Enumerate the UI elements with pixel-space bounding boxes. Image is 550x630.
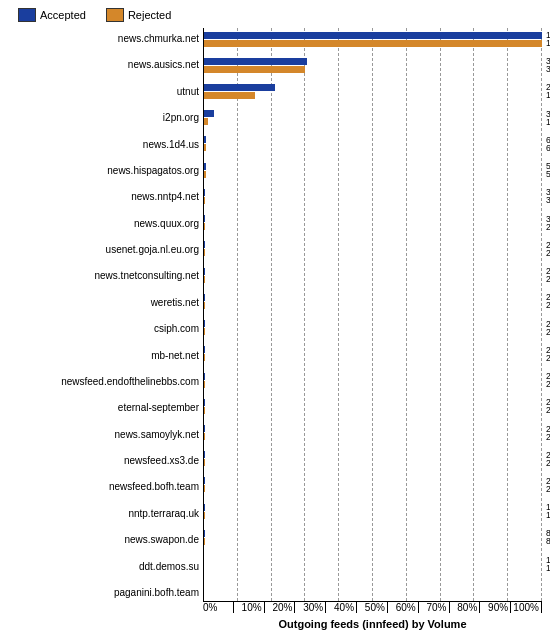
legend: Accepted Rejected bbox=[18, 8, 542, 22]
bar-row: 25097511784365 bbox=[204, 82, 542, 100]
bar-pair: 2335523355 bbox=[204, 294, 542, 309]
y-label: i2pn.org bbox=[163, 109, 199, 127]
accepted-bar: 24543 bbox=[204, 241, 542, 248]
bar-row: 2335523355 bbox=[204, 397, 542, 415]
accepted-bar: 12089 bbox=[204, 504, 542, 511]
accepted-bar: 24502 bbox=[204, 373, 542, 380]
accepted-bar-fill bbox=[204, 399, 205, 406]
legend-accepted-box bbox=[18, 8, 36, 22]
bar-pair: 2335523355 bbox=[204, 451, 542, 466]
bar-pair bbox=[204, 582, 542, 597]
rejected-bar-value: 23355 bbox=[544, 484, 550, 494]
rejected-bar-value: 3561879 bbox=[544, 64, 550, 74]
rejected-bar-fill bbox=[204, 302, 205, 309]
accepted-bar: 23355 bbox=[204, 425, 542, 432]
rejected-bar: 1784365 bbox=[204, 92, 542, 99]
rejected-bar-value: 23355 bbox=[544, 353, 550, 363]
bar-pair: 3517935179 bbox=[204, 189, 542, 204]
bar-pair: 336291139125 bbox=[204, 110, 542, 125]
y-label: news.samoylyk.net bbox=[115, 426, 199, 444]
bar-pair: 2335523355 bbox=[204, 477, 542, 492]
rejected-bar-fill bbox=[204, 223, 205, 230]
accepted-bar: 3611412 bbox=[204, 58, 542, 65]
rejected-bar-value: 23355 bbox=[544, 300, 550, 310]
rejected-bar-value: 11894521 bbox=[544, 38, 550, 48]
accepted-bar-fill bbox=[204, 84, 275, 91]
bar-row: 2450223355 bbox=[204, 371, 542, 389]
bar-row: 2335523355 bbox=[204, 345, 542, 363]
rejected-bar-value: 8050 bbox=[544, 536, 550, 546]
x-tick: 60% bbox=[388, 602, 419, 613]
bar-pair: 36114123561879 bbox=[204, 58, 542, 73]
accepted-bar: 23355 bbox=[204, 399, 542, 406]
accepted-bar: 23355 bbox=[204, 451, 542, 458]
x-axis: 0%10%20%30%40%50%60%70%80%90%100% Outgoi… bbox=[203, 602, 542, 630]
accepted-bar: 11900414 bbox=[204, 32, 542, 39]
y-label: news.quux.org bbox=[134, 215, 199, 233]
bar-row: 2335523355 bbox=[204, 450, 542, 468]
bar-row: 2335523355 bbox=[204, 476, 542, 494]
rejected-bar-fill bbox=[204, 66, 305, 73]
y-label: csiph.com bbox=[154, 320, 199, 338]
accepted-bar bbox=[204, 582, 542, 589]
accepted-bar-fill bbox=[204, 189, 205, 196]
y-label: news.tnetconsulting.net bbox=[94, 267, 199, 285]
rejected-bar: 23355 bbox=[204, 407, 542, 414]
bars-area: 1190041411894521361141235618792509751178… bbox=[203, 28, 542, 602]
bar-pair: 1190041411894521 bbox=[204, 32, 542, 47]
rejected-bar: 23355 bbox=[204, 276, 542, 283]
accepted-bar: 30344 bbox=[204, 215, 542, 222]
x-tick: 0% bbox=[203, 602, 234, 613]
rejected-bar: 23355 bbox=[204, 485, 542, 492]
bar-pair: 3034428158 bbox=[204, 215, 542, 230]
bar-row: 2863023355 bbox=[204, 319, 542, 337]
rejected-bar-fill bbox=[204, 171, 206, 178]
rejected-bar: 62101 bbox=[204, 144, 542, 151]
accepted-bar-fill bbox=[204, 136, 206, 143]
rejected-bar-value: 28158 bbox=[544, 222, 550, 232]
legend-rejected-label: Rejected bbox=[128, 9, 171, 21]
accepted-bar: 35179 bbox=[204, 189, 542, 196]
rejected-bar-fill bbox=[204, 381, 205, 388]
legend-rejected-box bbox=[106, 8, 124, 22]
rejected-bar-fill bbox=[204, 118, 208, 125]
accepted-bar-fill bbox=[204, 58, 307, 65]
rejected-bar-fill bbox=[204, 40, 542, 47]
y-label: news.nntp4.net bbox=[131, 188, 199, 206]
rejected-bar: 35179 bbox=[204, 197, 542, 204]
y-axis-labels: news.chmurka.netnews.ausics.netutnuti2pn… bbox=[8, 28, 203, 630]
bar-row: 2335523355 bbox=[204, 292, 542, 310]
legend-accepted-label: Accepted bbox=[40, 9, 86, 21]
rejected-bar-value: 12089 bbox=[544, 510, 550, 520]
accepted-bar: 63128 bbox=[204, 136, 542, 143]
bar-pair: 2863023355 bbox=[204, 320, 542, 335]
rejected-bar-fill bbox=[204, 144, 206, 151]
y-label: eternal-september bbox=[118, 399, 199, 417]
x-tick: 30% bbox=[295, 602, 326, 613]
bar-row: 336291139125 bbox=[204, 109, 542, 127]
bar-row: 1208912089 bbox=[204, 502, 542, 520]
x-ticks: 0%10%20%30%40%50%60%70%80%90%100% bbox=[203, 602, 542, 614]
rejected-bar-value: 62101 bbox=[544, 143, 550, 153]
bar-pair: 2450223355 bbox=[204, 373, 542, 388]
rejected-bar: 28158 bbox=[204, 223, 542, 230]
accepted-bar: 28630 bbox=[204, 320, 542, 327]
rejected-bar: 23355 bbox=[204, 328, 542, 335]
accepted-bar-fill bbox=[204, 373, 205, 380]
x-tick: 80% bbox=[450, 602, 481, 613]
bar-row: 5560755607 bbox=[204, 161, 542, 179]
x-tick: 20% bbox=[265, 602, 296, 613]
bar-row: 1190041411894521 bbox=[204, 30, 542, 48]
rejected-bar-value: 139125 bbox=[544, 117, 550, 127]
rejected-bar: 23355 bbox=[204, 381, 542, 388]
rejected-bar-fill bbox=[204, 276, 205, 283]
bar-pair: 10441044 bbox=[204, 556, 542, 571]
y-label: ddt.demos.su bbox=[139, 558, 199, 576]
y-label: nntp.terraraq.uk bbox=[128, 505, 199, 523]
bar-pair: 6312862101 bbox=[204, 136, 542, 151]
y-label: newsfeed.xs3.de bbox=[124, 452, 199, 470]
y-label: news.swapon.de bbox=[125, 531, 200, 549]
rejected-bar-fill bbox=[204, 92, 255, 99]
rejected-bar-value: 1044 bbox=[544, 563, 550, 573]
bar-pair: 2335523355 bbox=[204, 268, 542, 283]
